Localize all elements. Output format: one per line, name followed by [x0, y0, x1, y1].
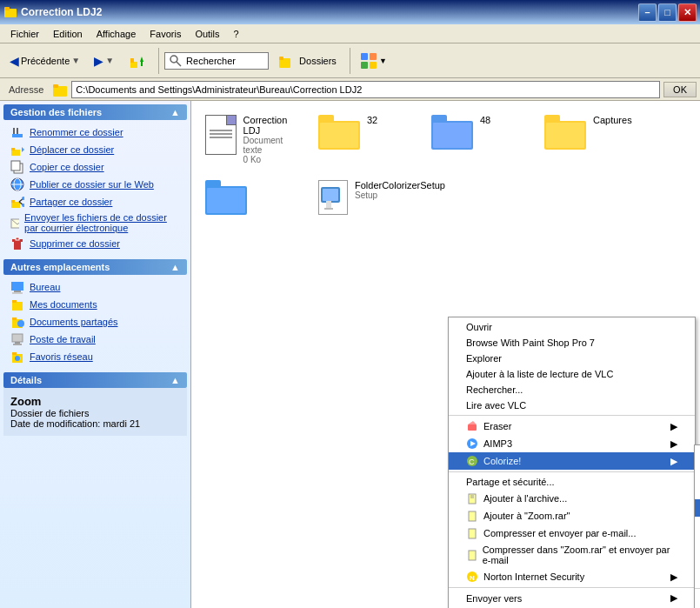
link-bureau[interactable]: Bureau: [3, 278, 187, 296]
toolbar-separator-2: [350, 48, 350, 74]
sub-restore[interactable]: Restore original color: [695, 591, 700, 606]
envoyer-vers-arrow-icon: ▶: [670, 592, 677, 604]
ctx-lire-vlc[interactable]: Lire avec VLC: [449, 398, 695, 413]
folders-label: Dossiers: [299, 56, 337, 66]
file-zoom[interactable]: [202, 177, 306, 218]
gestion-section: Gestion des fichiers ▲ Renommer ce dossi…: [3, 104, 187, 256]
context-menu: Ouvrir Browse With Paint Shop Pro 7 Expl…: [448, 317, 696, 608]
views-chevron-icon: ▼: [379, 57, 387, 65]
file-foldercolorizer-name: FolderColorizerSetup: [355, 180, 445, 190]
maximize-button[interactable]: □: [658, 3, 677, 22]
file-captures[interactable]: Captures: [541, 111, 645, 168]
network-icon: [10, 350, 24, 364]
sub-aquamarine[interactable]: Aquamarine: [695, 569, 700, 586]
menu-edition[interactable]: Edition: [46, 27, 90, 41]
ctx-eraser[interactable]: Eraser ▶: [449, 418, 695, 435]
link-deplacer-label: Déplacer ce dossier: [30, 144, 114, 155]
sub-yellow[interactable]: Yellow: [695, 447, 700, 464]
sub-lawngreen[interactable]: LawnGreen: [695, 464, 700, 482]
address-bar: Adresse C:\Documents and Settings\Admini…: [0, 78, 700, 101]
ctx-norton[interactable]: N Norton Internet Security ▶: [449, 568, 695, 585]
forward-button[interactable]: ▶ ▼: [88, 51, 120, 70]
ctx-ajouter-vlc-label: Ajouter à la liste de lecture de VLC: [466, 369, 613, 379]
link-partages[interactable]: Documents partagés: [3, 313, 187, 331]
views-button[interactable]: ▼: [356, 50, 391, 72]
link-copier-label: Copier ce dossier: [30, 162, 104, 172]
svg-text:C: C: [469, 458, 475, 466]
link-mesdocs[interactable]: Mes documents: [3, 296, 187, 313]
ctx-envoyer-vers[interactable]: Envoyer vers ▶: [449, 590, 695, 606]
ctx-explorer[interactable]: Explorer: [449, 351, 695, 366]
link-favoris[interactable]: Favoris réseau: [3, 348, 187, 365]
up-button[interactable]: [122, 49, 153, 73]
ctx-ajouter-archive[interactable]: Ajouter à l'archive...: [449, 490, 695, 507]
sub-silver[interactable]: Silver: [695, 517, 700, 534]
file-48[interactable]: 48: [428, 111, 532, 168]
ctx-browse-psp[interactable]: Browse With Paint Shop Pro 7: [449, 335, 695, 351]
address-input[interactable]: C:\Documents and Settings\Administrateur…: [71, 81, 660, 98]
ctx-ouvrir[interactable]: Ouvrir: [449, 319, 695, 335]
svg-rect-47: [13, 344, 22, 345]
menu-favoris[interactable]: Favoris: [143, 27, 188, 41]
menu-outils[interactable]: Outils: [188, 27, 226, 41]
link-deplacer[interactable]: Déplacer ce dossier: [3, 141, 187, 158]
ctx-ajouter-zoom-rar[interactable]: Ajouter à "Zoom.rar": [449, 507, 695, 524]
sub-blue[interactable]: Blue: [695, 499, 700, 517]
svg-rect-46: [15, 342, 20, 344]
email-icon: [10, 216, 19, 230]
address-folder-icon: [52, 82, 68, 97]
address-go-button[interactable]: OK: [663, 82, 697, 97]
up-icon: [128, 51, 147, 70]
sub-violet[interactable]: Violet: [695, 534, 700, 551]
search-label: Rechercher: [186, 56, 236, 66]
link-poste[interactable]: Poste de travail: [3, 331, 187, 348]
ctx-ajouter-archive-label: Ajouter à l'archive...: [483, 493, 567, 504]
back-button[interactable]: ◀ Précédente ▼: [3, 51, 86, 70]
link-supprimer[interactable]: Supprimer ce dossier: [3, 235, 187, 252]
gestion-header[interactable]: Gestion des fichiers ▲: [3, 104, 187, 120]
details-date: Date de modification: mardi 21: [10, 418, 180, 429]
link-renommer[interactable]: Renommer ce dossier: [3, 124, 187, 141]
link-envoyer-label: Envoyer les fichiers de ce dossier par c…: [24, 212, 180, 233]
svg-rect-34: [14, 241, 21, 250]
link-copier[interactable]: Copier ce dossier: [3, 158, 187, 176]
link-envoyer[interactable]: Envoyer les fichiers de ce dossier par c…: [3, 210, 187, 235]
ctx-ajouter-zoom-rar-label: Ajouter à "Zoom.rar": [483, 511, 570, 521]
close-button[interactable]: ✕: [678, 3, 697, 22]
sub-sandybrown[interactable]: SandyBrown: [695, 551, 700, 569]
minimize-button[interactable]: –: [638, 3, 657, 22]
ctx-comprimer-zoom-email[interactable]: Compresser dans "Zoom.rar" et envoyer pa…: [449, 542, 695, 568]
sub-red[interactable]: Red: [695, 482, 700, 499]
ctx-comprimer-email[interactable]: Compresser et envoyer par e-mail...: [449, 524, 695, 542]
link-partager[interactable]: Partager ce dossier: [3, 193, 187, 210]
link-renommer-label: Renommer ce dossier: [30, 127, 123, 137]
autres-title: Autres emplacements: [10, 262, 110, 272]
ctx-rechercher[interactable]: Rechercher...: [449, 382, 695, 398]
search-box[interactable]: Rechercher: [164, 52, 269, 70]
file-32[interactable]: 32: [315, 111, 419, 168]
ctx-partage-securite[interactable]: Partage et sécurité...: [449, 474, 695, 490]
svg-rect-20: [11, 148, 15, 150]
menu-affichage[interactable]: Affichage: [90, 27, 143, 41]
file-foldercolorizer[interactable]: FolderColorizerSetup Setup: [315, 177, 419, 218]
ctx-ajouter-vlc[interactable]: Ajouter à la liste de lecture de VLC: [449, 366, 695, 382]
menu-fichier[interactable]: Fichier: [3, 27, 46, 41]
svg-point-50: [15, 356, 20, 361]
archive-icon: [466, 492, 478, 504]
ctx-comprimer-zoom-email-label: Compresser dans "Zoom.rar" et envoyer pa…: [483, 545, 677, 565]
folder-32-icon: [318, 115, 360, 150]
svg-rect-43: [12, 317, 17, 320]
autres-header[interactable]: Autres emplacements ▲: [3, 259, 187, 275]
folders-button[interactable]: Dossiers: [270, 50, 344, 71]
menu-help[interactable]: ?: [227, 27, 246, 41]
share-icon: [10, 195, 24, 209]
link-publier[interactable]: Publier ce dossier sur le Web: [3, 176, 187, 193]
ctx-aimp3[interactable]: AIMP3 ▶: [449, 435, 695, 452]
delete-icon: [10, 237, 24, 251]
link-favoris-label: Favoris réseau: [30, 351, 93, 362]
file-correction-ldj[interactable]: Correction LDJ Document texte 0 Ko: [202, 111, 306, 168]
file-32-name: 32: [367, 115, 377, 125]
details-section: Détails ▲ Zoom Dossier de fichiers Date …: [3, 372, 187, 436]
ctx-colorize[interactable]: C Colorize! ▶: [449, 452, 695, 470]
details-header[interactable]: Détails ▲: [3, 372, 187, 388]
